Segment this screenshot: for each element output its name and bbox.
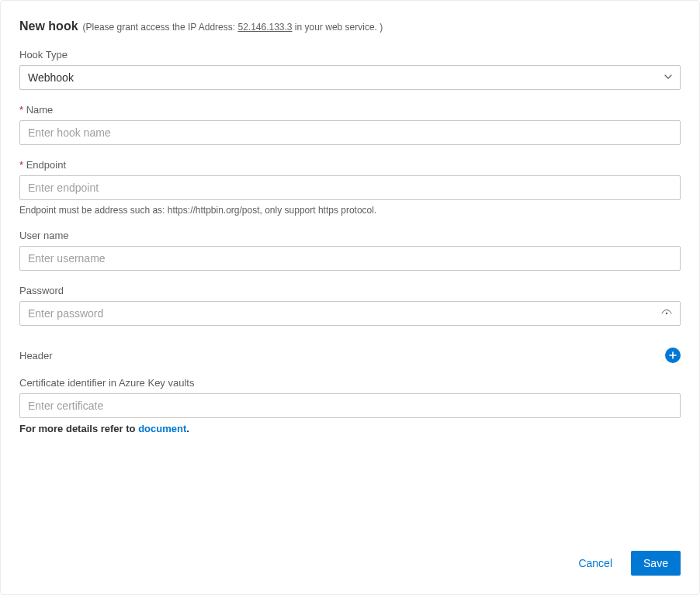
new-hook-panel: New hook (Please grant access the IP Add… (0, 0, 700, 595)
certificate-field: Certificate identifier in Azure Key vaul… (19, 377, 681, 434)
password-field: Password (19, 285, 681, 326)
hook-type-select[interactable]: Webhook (19, 65, 681, 90)
username-label: User name (19, 230, 681, 241)
hook-type-value: Webhook (28, 71, 74, 84)
plus-icon (668, 351, 677, 360)
ip-address: 52.146.133.3 (237, 22, 292, 33)
panel-footer: Cancel Save (19, 538, 681, 576)
subtitle-prefix: (Please grant access the IP Address: (83, 22, 238, 33)
panel-header: New hook (Please grant access the IP Add… (19, 19, 681, 33)
certificate-label: Certificate identifier in Azure Key vaul… (19, 377, 681, 389)
endpoint-helper: Endpoint must be address such as: https:… (19, 205, 681, 216)
password-input[interactable] (19, 301, 681, 326)
hook-type-select-wrapper: Webhook (19, 65, 681, 90)
endpoint-input[interactable] (19, 175, 681, 200)
certificate-input[interactable] (19, 393, 681, 418)
name-label: Name (19, 104, 681, 116)
header-section-label: Header (19, 350, 53, 361)
details-prefix: For more details refer to (19, 423, 138, 434)
page-title: New hook (19, 19, 78, 33)
username-input[interactable] (19, 246, 681, 271)
name-input[interactable] (19, 120, 681, 145)
hook-type-field: Hook Type Webhook (19, 49, 681, 90)
password-wrapper (19, 301, 681, 326)
document-link[interactable]: document (138, 423, 186, 434)
endpoint-field: Endpoint Endpoint must be address such a… (19, 159, 681, 216)
subtitle-suffix: in your web service. ) (293, 22, 383, 33)
page-subtitle: (Please grant access the IP Address: 52.… (83, 22, 383, 33)
username-field: User name (19, 230, 681, 271)
svg-point-0 (666, 313, 667, 314)
details-suffix: . (186, 423, 189, 434)
endpoint-label: Endpoint (19, 159, 681, 171)
name-field: Name (19, 104, 681, 145)
cancel-button[interactable]: Cancel (566, 551, 625, 576)
add-header-button[interactable] (665, 348, 681, 363)
password-label: Password (19, 285, 681, 296)
details-text: For more details refer to document. (19, 423, 681, 434)
header-section-row: Header (19, 348, 681, 363)
save-button[interactable]: Save (631, 551, 681, 576)
eye-icon[interactable] (660, 307, 673, 320)
hook-type-label: Hook Type (19, 49, 681, 61)
form-body: Hook Type Webhook Name Endpoint Endpoint… (19, 49, 681, 538)
